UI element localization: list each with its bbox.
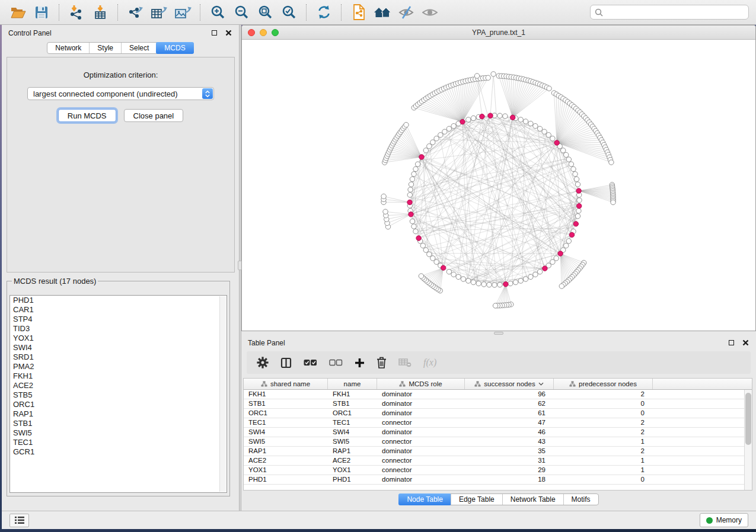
mcds-result-item[interactable]: YOX1 bbox=[10, 334, 227, 343]
function-builder-button[interactable]: f(x) bbox=[423, 357, 436, 368]
network-node[interactable] bbox=[497, 283, 502, 287]
table-row[interactable]: STB1STB1dominator620 bbox=[244, 399, 752, 409]
network-node[interactable] bbox=[442, 129, 447, 134]
export-network-button[interactable] bbox=[125, 3, 146, 22]
network-node[interactable] bbox=[491, 72, 496, 76]
network-node[interactable] bbox=[456, 274, 461, 279]
network-node[interactable] bbox=[569, 162, 573, 166]
network-node[interactable] bbox=[518, 117, 523, 122]
search-input[interactable] bbox=[606, 8, 744, 17]
table-settings-button[interactable] bbox=[257, 357, 269, 368]
network-node[interactable] bbox=[576, 209, 581, 213]
network-node[interactable] bbox=[423, 248, 428, 252]
mcds-list-scrollbar[interactable] bbox=[219, 296, 226, 492]
table-row[interactable]: SWI4SWI4dominator462 bbox=[244, 428, 752, 437]
network-node[interactable] bbox=[559, 284, 564, 289]
network-node[interactable] bbox=[413, 166, 418, 171]
network-node[interactable] bbox=[542, 129, 547, 134]
column-header-successor-nodes[interactable]: successor nodes bbox=[465, 379, 554, 389]
column-header-predecessor-nodes[interactable]: predecessor nodes bbox=[554, 379, 653, 389]
table-row[interactable]: ORC1ORC1dominator610 bbox=[244, 409, 752, 418]
network-node[interactable] bbox=[492, 283, 497, 287]
close-window-icon[interactable] bbox=[248, 29, 255, 36]
network-node[interactable] bbox=[438, 133, 443, 137]
network-node[interactable] bbox=[518, 278, 523, 283]
network-node[interactable] bbox=[550, 136, 555, 141]
mcds-hub-node[interactable] bbox=[409, 212, 413, 217]
mcds-hub-node[interactable] bbox=[558, 251, 563, 256]
mcds-hub-node[interactable] bbox=[503, 282, 508, 287]
mcds-hub-node[interactable] bbox=[441, 265, 446, 270]
network-node[interactable] bbox=[523, 277, 528, 281]
mcds-hub-node[interactable] bbox=[488, 113, 493, 118]
network-node[interactable] bbox=[487, 283, 492, 287]
add-column-button[interactable] bbox=[355, 358, 365, 368]
network-node[interactable] bbox=[466, 117, 471, 122]
mcds-hub-node[interactable] bbox=[419, 155, 424, 159]
zoom-selected-button[interactable] bbox=[278, 3, 299, 22]
zoom-in-button[interactable] bbox=[207, 3, 228, 22]
import-table-button[interactable] bbox=[90, 3, 111, 22]
mcds-hub-node[interactable] bbox=[577, 204, 582, 209]
network-node[interactable] bbox=[573, 172, 578, 177]
network-node[interactable] bbox=[412, 224, 416, 229]
column-header-shared-name[interactable]: shared name bbox=[244, 379, 328, 389]
mcds-result-item[interactable]: STB5 bbox=[10, 390, 227, 400]
network-node[interactable] bbox=[528, 274, 533, 279]
network-node[interactable] bbox=[546, 133, 551, 137]
mcds-result-item[interactable]: SWI5 bbox=[10, 428, 227, 438]
network-canvas[interactable] bbox=[242, 40, 755, 331]
tab-mcds[interactable]: MCDS bbox=[156, 42, 193, 54]
mcds-hub-node[interactable] bbox=[569, 232, 574, 237]
table-row[interactable]: RAP1RAP1dominator352 bbox=[244, 447, 752, 456]
network-node[interactable] bbox=[575, 214, 580, 219]
network-node[interactable] bbox=[564, 243, 569, 248]
open-ndex-button[interactable] bbox=[348, 3, 369, 22]
close-panel-button[interactable]: Close panel bbox=[124, 109, 184, 122]
unselect-all-button[interactable] bbox=[329, 359, 343, 366]
network-node[interactable] bbox=[419, 274, 423, 278]
network-node[interactable] bbox=[611, 200, 615, 204]
save-session-button[interactable] bbox=[31, 3, 52, 22]
mcds-result-item[interactable]: SRD1 bbox=[10, 352, 227, 362]
network-node[interactable] bbox=[574, 177, 579, 181]
network-node[interactable] bbox=[537, 126, 542, 131]
table-row[interactable]: FKH1FKH1dominator962 bbox=[244, 390, 752, 399]
column-header-name[interactable]: name bbox=[328, 379, 377, 389]
mcds-result-item[interactable]: TID3 bbox=[10, 324, 227, 334]
splitter-handle[interactable] bbox=[494, 332, 503, 335]
network-node[interactable] bbox=[503, 114, 508, 118]
network-node[interactable] bbox=[410, 219, 414, 223]
refresh-network-button[interactable] bbox=[313, 3, 334, 22]
network-node[interactable] bbox=[486, 75, 490, 80]
zoom-fit-button[interactable] bbox=[254, 3, 276, 22]
hide-graphics-details-button[interactable] bbox=[395, 3, 417, 22]
network-node[interactable] bbox=[423, 148, 428, 153]
network-node[interactable] bbox=[513, 280, 518, 284]
tab-node-table[interactable]: Node Table bbox=[398, 493, 451, 505]
mcds-result-item[interactable]: PHD1 bbox=[10, 296, 227, 305]
table-row[interactable]: YOX1YOX1connector291 bbox=[244, 466, 752, 475]
mcds-result-item[interactable]: STB1 bbox=[10, 419, 227, 428]
mcds-hub-node[interactable] bbox=[573, 222, 578, 226]
maximize-window-icon[interactable] bbox=[272, 29, 279, 36]
network-node[interactable] bbox=[381, 194, 386, 198]
network-node[interactable] bbox=[493, 303, 497, 308]
network-node[interactable] bbox=[528, 121, 533, 126]
network-node[interactable] bbox=[466, 278, 471, 283]
float-panel-icon[interactable] bbox=[212, 30, 217, 36]
tab-network[interactable]: Network bbox=[47, 43, 89, 53]
network-node[interactable] bbox=[476, 281, 481, 286]
mcds-result-item[interactable]: ACE2 bbox=[10, 381, 227, 390]
mcds-result-item[interactable]: RAP1 bbox=[10, 409, 227, 419]
close-panel-icon[interactable] bbox=[742, 339, 749, 346]
network-node[interactable] bbox=[409, 182, 413, 187]
network-node[interactable] bbox=[533, 124, 538, 129]
network-node[interactable] bbox=[415, 162, 420, 166]
network-node[interactable] bbox=[404, 123, 409, 127]
network-node[interactable] bbox=[481, 282, 486, 287]
network-node[interactable] bbox=[434, 136, 439, 141]
mcds-result-item[interactable]: PMA2 bbox=[10, 362, 227, 371]
mcds-result-item[interactable]: STP4 bbox=[10, 315, 227, 324]
network-node[interactable] bbox=[412, 172, 416, 177]
